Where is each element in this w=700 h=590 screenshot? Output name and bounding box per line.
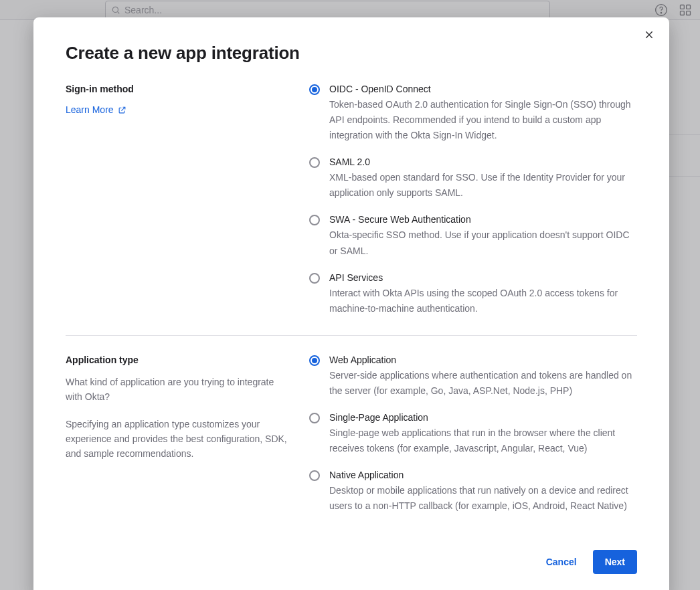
application-type-desc1: What kind of application are you trying … [66, 375, 293, 405]
modal-footer: Cancel Next [66, 550, 637, 574]
create-app-integration-modal: Create a new app integration Sign-in met… [33, 17, 669, 590]
sign-in-option-api[interactable]: API Services Interact with Okta APIs usi… [309, 272, 637, 316]
application-type-section: Application type What kind of applicatio… [66, 335, 637, 533]
radio-native[interactable] [309, 470, 320, 481]
learn-more-text: Learn More [66, 104, 114, 115]
learn-more-link[interactable]: Learn More [66, 104, 126, 115]
option-desc: Single-page web applications that run in… [329, 425, 637, 456]
option-desc: Okta-specific SSO method. Use if your ap… [329, 227, 637, 258]
close-icon [644, 29, 654, 40]
sign-in-method-section: Sign-in method Learn More OIDC - OpenID … [66, 84, 637, 335]
radio-api[interactable] [309, 273, 320, 284]
radio-web[interactable] [309, 355, 320, 366]
application-type-desc2: Specifying an application type customize… [66, 417, 293, 462]
option-desc: XML-based open standard for SSO. Use if … [329, 170, 637, 201]
option-title: Web Application [329, 355, 637, 365]
app-type-option-native[interactable]: Native Application Desktop or mobile app… [309, 470, 637, 514]
application-type-label: Application type [66, 355, 293, 365]
option-title: Native Application [329, 470, 637, 480]
next-button[interactable]: Next [593, 550, 637, 574]
radio-saml[interactable] [309, 157, 320, 168]
option-title: SWA - Secure Web Authentication [329, 214, 637, 225]
app-type-option-web[interactable]: Web Application Server-side applications… [309, 355, 637, 399]
radio-spa[interactable] [309, 413, 320, 423]
option-title: OIDC - OpenID Connect [329, 84, 637, 94]
sign-in-option-oidc[interactable]: OIDC - OpenID Connect Token-based OAuth … [309, 84, 637, 143]
option-desc: Interact with Okta APIs using the scoped… [329, 286, 637, 316]
radio-oidc[interactable] [309, 84, 320, 95]
option-title: Single-Page Application [329, 412, 637, 423]
sign-in-option-swa[interactable]: SWA - Secure Web Authentication Okta-spe… [309, 214, 637, 258]
external-link-icon [118, 106, 126, 114]
close-button[interactable] [644, 29, 654, 43]
sign-in-option-saml[interactable]: SAML 2.0 XML-based open standard for SSO… [309, 157, 637, 201]
option-title: SAML 2.0 [329, 157, 637, 167]
radio-swa[interactable] [309, 215, 320, 225]
option-desc: Desktop or mobile applications that run … [329, 483, 637, 514]
option-title: API Services [329, 272, 637, 283]
app-type-option-spa[interactable]: Single-Page Application Single-page web … [309, 412, 637, 456]
cancel-button[interactable]: Cancel [543, 551, 580, 573]
option-desc: Token-based OAuth 2.0 authentication for… [329, 97, 637, 143]
option-desc: Server-side applications where authentic… [329, 368, 637, 399]
modal-title: Create a new app integration [66, 43, 637, 64]
sign-in-method-label: Sign-in method [66, 84, 293, 94]
